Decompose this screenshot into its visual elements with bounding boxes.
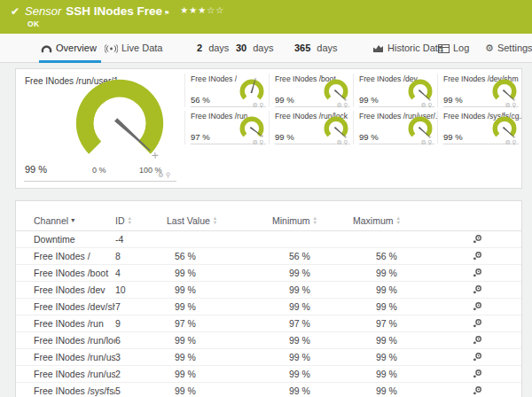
overview-panel: Free INodes /run/user/1 99 % 0 % 100 % ⚙…	[15, 68, 522, 189]
cell-minimum: 56 %	[272, 251, 353, 261]
tab-historic-data[interactable]: Historic Data	[372, 34, 443, 63]
cell-channel: Free INodes /boot	[34, 268, 115, 278]
table-row[interactable]: Free INodes /856 %56 %56 %	[16, 248, 521, 265]
column-header-last-value[interactable]: Last Value▲▼	[167, 215, 272, 226]
table-row[interactable]: Free INodes /run/user/1399 %99 %99 %	[16, 349, 521, 366]
cell-last-value: 99 %	[167, 301, 272, 312]
channel-table-body: Downtime-4 Free INodes /856 %56 %56 % Fr…	[16, 231, 521, 397]
gauge-grid: Free INodes / 56 %⚙⚲Free INodes /boot 99…	[184, 74, 521, 144]
sensor-title: SSH INodes Free	[66, 4, 162, 18]
cell-last-value: 99 %	[167, 352, 272, 362]
cell-last-value: 56 %	[167, 251, 272, 261]
gauge-card[interactable]: Free INodes /run/user/... 99 %⚙⚲	[353, 111, 437, 144]
pin-icon[interactable]: ⚲	[427, 102, 434, 108]
cell-id: 3	[115, 352, 167, 362]
tab-live-data[interactable]: Live Data	[105, 34, 162, 63]
priority-stars[interactable]: ★★★☆☆	[180, 5, 224, 15]
cell-maximum: 99 %	[353, 268, 473, 278]
gauge-value: 56 %	[191, 95, 210, 105]
pin-icon[interactable]: ⚲	[512, 102, 518, 108]
channel-settings-icon[interactable]	[473, 234, 482, 245]
tab-settings[interactable]: ⚙ Settings	[485, 34, 532, 63]
cell-id: 8	[115, 251, 167, 261]
cell-minimum: 99 %	[272, 284, 353, 295]
sort-icon: ▲▼	[128, 216, 132, 224]
gauge-card[interactable]: Free INodes /run/lock 99 %⚙⚲	[269, 111, 353, 144]
cell-id: -4	[115, 234, 167, 245]
cell-last-value: 99 %	[167, 385, 272, 396]
pin-icon[interactable]: ⚲	[259, 102, 265, 108]
gauge-card[interactable]: Free INodes /sys/fs/cg... 99 %⚙⚲	[437, 111, 521, 144]
gauge-value: 97 %	[191, 132, 210, 142]
tab-365-days[interactable]: 365days	[294, 34, 338, 63]
log-table-icon	[438, 44, 450, 53]
channel-settings-icon[interactable]	[473, 268, 482, 278]
gear-icon[interactable]: ⚙	[158, 171, 166, 179]
table-row[interactable]: Free INodes /run997 %97 %97 %	[16, 315, 521, 332]
column-header-maximum[interactable]: Maximum▲▼	[353, 215, 473, 226]
cell-channel: Free INodes /sys/fs/cgr...	[34, 385, 115, 396]
status-badge: OK	[27, 19, 39, 28]
primary-gauge	[67, 71, 172, 179]
pin-icon[interactable]: ⚲	[343, 139, 349, 145]
gauge-card[interactable]: Free INodes /boot 99 %⚙⚲	[269, 74, 353, 107]
tab-overview[interactable]: Overview	[41, 34, 97, 63]
table-row[interactable]: Free INodes /boot499 %99 %99 %	[16, 265, 521, 282]
channel-settings-icon[interactable]	[473, 352, 482, 362]
gauge-card[interactable]: Free INodes /dev 99 %⚙⚲	[353, 74, 437, 107]
channel-settings-icon[interactable]	[473, 318, 482, 329]
cell-minimum: 99 %	[272, 301, 353, 312]
tab-bar: Overview Live Data 2days 30days 365days …	[0, 34, 532, 63]
cell-channel: Free INodes /	[34, 251, 115, 261]
gauge-value: 99 %	[275, 95, 294, 105]
pin-icon[interactable]: ⚲	[259, 139, 265, 145]
gauge-card[interactable]: Free INodes / 56 %⚙⚲	[184, 74, 269, 107]
sensor-status-bar: ✔ Sensor SSH INodes Free ⚑ ★★★☆☆ OK	[0, 0, 532, 34]
cell-minimum: 99 %	[272, 369, 353, 379]
tab-2-days[interactable]: 2days	[197, 34, 229, 63]
table-row[interactable]: Free INodes /dev1099 %99 %99 %	[16, 282, 521, 299]
pin-icon[interactable]: ⚲	[427, 139, 434, 145]
cell-id: 5	[115, 385, 167, 396]
gauge-value: 99 %	[359, 95, 379, 105]
cell-channel: Free INodes /run/user/1	[34, 352, 115, 362]
channel-settings-icon[interactable]	[473, 369, 482, 379]
flag-icon[interactable]: ⚑	[164, 10, 169, 17]
channel-settings-icon[interactable]	[473, 335, 482, 346]
table-row[interactable]: Free INodes /run/user/1299 %99 %99 %	[16, 366, 521, 383]
cell-last-value: 97 %	[167, 318, 272, 329]
gauge-value: 99 %	[443, 95, 463, 105]
channel-settings-icon[interactable]	[473, 284, 482, 295]
table-row[interactable]: Free INodes /sys/fs/cgr...599 %99 %99 %	[16, 383, 521, 397]
gear-icon: ⚙	[485, 34, 494, 63]
gauge-scale-min: 0 %	[92, 166, 106, 175]
table-row[interactable]: Free INodes /run/lock699 %99 %99 %	[16, 332, 521, 349]
gauge-card[interactable]: Free INodes /dev/shm 99 %⚙⚲	[437, 74, 521, 107]
cell-minimum: 99 %	[272, 268, 353, 278]
channel-settings-icon[interactable]	[473, 385, 482, 396]
column-header-channel[interactable]: Channel▾	[34, 215, 115, 226]
pin-icon[interactable]: ⚲	[512, 139, 518, 145]
cell-last-value: 99 %	[167, 284, 272, 295]
channel-settings-icon[interactable]	[473, 251, 482, 261]
column-header-minimum[interactable]: Minimum▲▼	[272, 215, 353, 226]
divider	[24, 181, 176, 182]
tab-30-days[interactable]: 30days	[236, 34, 274, 63]
cell-id: 9	[115, 318, 167, 329]
pin-icon[interactable]: ⚲	[166, 171, 173, 179]
channel-settings-icon[interactable]	[473, 301, 482, 312]
cell-maximum: 99 %	[353, 352, 473, 362]
tab-log[interactable]: Log	[438, 34, 469, 63]
gauge-card[interactable]: Free INodes /run 97 %⚙⚲	[184, 111, 269, 144]
cell-id: 4	[115, 268, 167, 278]
cell-minimum: 99 %	[272, 335, 353, 346]
active-tab-indicator	[39, 60, 101, 63]
table-row[interactable]: Free INodes /dev/shm799 %99 %99 %	[16, 299, 521, 315]
table-row[interactable]: Downtime-4	[16, 231, 521, 248]
cell-minimum: 97 %	[272, 318, 353, 329]
cell-channel: Free INodes /dev	[34, 284, 115, 295]
column-header-id[interactable]: ID▲▼	[115, 215, 167, 226]
cell-id: 2	[115, 369, 167, 379]
pin-icon[interactable]: ⚲	[343, 102, 349, 108]
cell-last-value: 99 %	[167, 268, 272, 278]
